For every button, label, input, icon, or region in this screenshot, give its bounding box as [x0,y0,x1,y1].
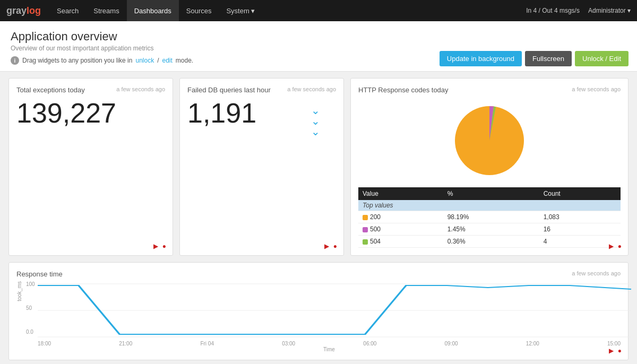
nav-stats: In 4 / Out 4 msgs/s [526,7,580,14]
http-timestamp: a few seconds ago [572,86,621,92]
brand-logo[interactable]: gray log [6,5,41,16]
http-col-count: Count [539,187,621,200]
http-cell-504-label: 504 [358,236,443,248]
info-icon: i [11,56,19,65]
exceptions-info-btn[interactable]: ● [162,242,166,250]
brand-gray: gray [6,5,27,16]
nav-admin[interactable]: Administrator [588,7,631,14]
rt-x-1800: 18:00 [38,341,51,346]
nav-system[interactable]: System ▾ [219,0,262,21]
nav-sources[interactable]: Sources [179,0,219,21]
http-info-btn[interactable]: ● [618,242,622,250]
widget-failed-db: a few seconds ago Failed DB queries last… [179,78,344,256]
nav-dashboards[interactable]: Dashboards [127,0,179,21]
http-dot-200 [363,215,368,220]
rt-chart-area: took_ms 100 50 0.0 18:00 [16,281,621,352]
exceptions-timestamp: a few seconds ago [116,86,165,92]
exceptions-play-btn[interactable]: ▶ [153,242,158,250]
faileddb-actions: ▶ ● [324,242,337,250]
rt-y-100: 100 [26,281,35,287]
rt-title: Response time [16,270,621,278]
http-cell-200-count: 1,083 [539,211,621,223]
rt-y-0: 0.0 [26,329,33,335]
rt-play-btn[interactable]: ▶ [609,347,614,354]
http-cell-500-label: 500 [358,223,443,236]
http-cell-200-pct: 98.19% [443,211,539,223]
http-table: Value % Count Top values 200 98.19% 1,08… [358,187,621,248]
nav-links: Search Streams Dashboards Sources System… [49,0,526,21]
http-play-btn[interactable]: ▶ [609,242,614,250]
widget-http-response: a few seconds ago HTTP Response codes to… [350,78,629,256]
faileddb-play-btn[interactable]: ▶ [324,242,329,250]
rt-x-0300: 03:00 [282,341,295,346]
rt-x-1200: 12:00 [526,341,539,346]
rt-line [38,285,631,334]
http-cell-504-pct: 0.36% [443,236,539,248]
rt-x-2100: 21:00 [119,341,132,346]
unlock-link[interactable]: unlock [135,57,154,64]
arrow-down-3: ⌄ [311,126,320,137]
trend-arrows: ⌄ ⌄ ⌄ [311,105,320,137]
http-row-500: 500 1.45% 16 [358,223,621,236]
http-dot-500 [363,227,368,232]
http-row-504: 504 0.36% 4 [358,236,621,248]
arrow-down-1: ⌄ [311,105,320,116]
http-col-value: Value [358,187,443,200]
page-actions: Update in background Fullscreen Unlock /… [440,51,629,66]
widget-response-time: a few seconds ago Response time took_ms … [8,262,629,360]
drag-text: Drag widgets to any position you like in [22,57,132,64]
edit-link[interactable]: edit [162,57,172,64]
rt-x-fri04: Fri 04 [200,341,214,346]
unlock-edit-button[interactable]: Unlock / Edit [575,51,629,66]
fullscreen-button[interactable]: Fullscreen [525,51,572,66]
widgets-row-2: a few seconds ago Response time took_ms … [8,262,629,360]
rt-y-axis-label: took_ms [16,281,25,301]
http-row-200: 200 98.19% 1,083 [358,211,621,223]
widgets-row-1: a few seconds ago Total exceptions today… [8,78,629,256]
http-dot-504 [363,239,368,245]
http-top-values-row: Top values [358,200,621,211]
faileddb-timestamp: a few seconds ago [287,86,336,92]
http-cell-200-label: 200 [358,211,443,223]
pie-chart-container [358,98,621,183]
rt-x-labels: 18:00 21:00 Fri 04 03:00 06:00 09:00 12:… [38,341,621,346]
rt-timestamp: a few seconds ago [572,270,621,276]
rt-x-0600: 06:00 [363,341,376,346]
page-title: Application overview [11,30,626,44]
http-cell-500-pct: 1.45% [443,223,539,236]
nav-search[interactable]: Search [49,0,86,21]
widget-total-exceptions: a few seconds ago Total exceptions today… [8,78,173,256]
http-top-values-label: Top values [358,200,621,211]
exceptions-actions: ▶ ● [153,242,166,250]
arrow-down-2: ⌄ [311,116,320,126]
rt-svg-chart [38,281,631,340]
rt-info-btn[interactable]: ● [618,347,622,354]
pie-chart [447,98,532,183]
nav-streams[interactable]: Streams [86,0,126,21]
rt-actions: ▶ ● [609,347,622,354]
brand-log: log [27,5,41,16]
http-actions: ▶ ● [609,242,622,250]
http-col-percent: % [443,187,539,200]
rt-x-0900: 09:00 [445,341,458,346]
nav-right: In 4 / Out 4 msgs/s Administrator [526,7,631,14]
rt-y-50: 50 [26,305,32,311]
http-cell-500-count: 16 [539,223,621,236]
rt-chart-wrapper: 100 50 0.0 18:00 21:00 [27,281,621,352]
update-background-button[interactable]: Update in background [440,51,522,66]
exceptions-value: 139,227 [16,98,165,128]
rt-x-axis-label: Time [38,346,621,352]
faileddb-info-btn[interactable]: ● [333,242,337,250]
main-content: a few seconds ago Total exceptions today… [0,72,637,364]
page-header: Update in background Fullscreen Unlock /… [0,21,637,72]
drag-suffix: mode. [176,57,193,64]
rt-x-1500: 15:00 [607,341,621,346]
navbar: gray log Search Streams Dashboards Sourc… [0,0,637,21]
